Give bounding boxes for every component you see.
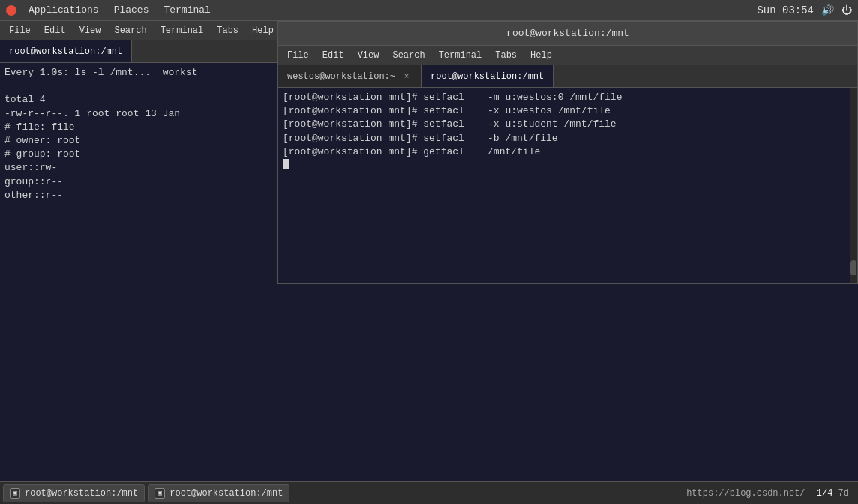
- taskbar-label-1: root@workstation:/mnt: [25, 488, 138, 499]
- left-tab-label: root@workstation:/mnt: [9, 46, 122, 57]
- left-menubar: File Edit View Search Terminal Tabs Help: [0, 21, 277, 40]
- taskbar-label-2: root@workstation:/mnt: [170, 488, 283, 499]
- right-top-terminal: root@workstation:/mnt File Edit View Sea…: [278, 21, 858, 284]
- left-menu-search[interactable]: Search: [108, 24, 152, 38]
- right-menu-view[interactable]: View: [352, 49, 386, 62]
- system-bar-right: Sun 03:54 🔊 ⏻: [757, 4, 852, 16]
- taskbar: ▣ root@workstation:/mnt ▣ root@workstati…: [0, 482, 858, 504]
- left-terminal-inner: Every 1.0s: ls -l /mnt... workst total 4…: [0, 63, 277, 482]
- left-menu-edit[interactable]: Edit: [38, 24, 72, 38]
- app-icon: [6, 5, 16, 16]
- system-bar-left: Applications Places Terminal: [6, 3, 217, 17]
- right-tab-root[interactable]: root@workstation:/mnt: [422, 65, 554, 87]
- taskbar-url: https://blog.csdn.net/: [686, 488, 805, 499]
- taskbar-term-icon-1: ▣: [10, 488, 20, 499]
- left-tabbar: root@workstation:/mnt: [0, 40, 277, 63]
- left-terminal-pane: File Edit View Search Terminal Tabs Help…: [0, 21, 278, 482]
- right-menu-search[interactable]: Search: [386, 49, 430, 62]
- right-menu-tabs[interactable]: Tabs: [489, 49, 523, 62]
- right-tab1-close[interactable]: ×: [401, 71, 412, 82]
- clock: Sun 03:54: [757, 4, 814, 16]
- right-tab2-label: root@workstation:/mnt: [430, 71, 544, 82]
- volume-icon[interactable]: 🔊: [821, 4, 834, 16]
- right-tab-westos[interactable]: westos@workstation:~ ×: [278, 65, 422, 87]
- right-titlebar: root@workstation:/mnt: [278, 22, 857, 46]
- taskbar-suffix: 7d: [838, 488, 849, 499]
- left-menu-terminal[interactable]: Terminal: [154, 24, 210, 38]
- left-menu-help[interactable]: Help: [246, 24, 280, 38]
- right-terminal-content[interactable]: [root@workstation mnt]# setfacl -m u:wes…: [278, 88, 850, 283]
- taskbar-term-icon-2: ▣: [154, 488, 165, 499]
- right-content-area: [root@workstation mnt]# setfacl -m u:wes…: [278, 88, 857, 283]
- power-icon[interactable]: ⏻: [842, 4, 852, 16]
- cursor: [283, 159, 289, 170]
- right-menu-help[interactable]: Help: [524, 49, 558, 62]
- taskbar-page: 1/4: [817, 488, 833, 499]
- terminal-menu[interactable]: Terminal: [158, 3, 216, 17]
- left-terminal-content[interactable]: Every 1.0s: ls -l /mnt... workst total 4…: [0, 63, 277, 482]
- right-tabbar: westos@workstation:~ × root@workstation:…: [278, 65, 857, 88]
- terminals-row: File Edit View Search Terminal Tabs Help…: [0, 21, 858, 482]
- left-menu-view[interactable]: View: [74, 24, 107, 38]
- right-title-text: root@workstation:/mnt: [506, 28, 629, 39]
- right-tab1-label: westos@workstation:~: [287, 71, 395, 82]
- taskbar-item-2[interactable]: ▣ root@workstation:/mnt: [148, 484, 290, 502]
- taskbar-right: https://blog.csdn.net/ 1/4 7d: [686, 488, 855, 499]
- system-menubar: Applications Places Terminal Sun 03:54 🔊…: [0, 0, 858, 21]
- right-terminal-pane: root@workstation:/mnt File Edit View Sea…: [278, 21, 858, 482]
- right-menu-edit[interactable]: Edit: [316, 49, 350, 62]
- right-scrollbar[interactable]: [850, 88, 857, 283]
- right-scrollbar-thumb[interactable]: [850, 260, 856, 275]
- right-menu-terminal[interactable]: Terminal: [433, 49, 488, 62]
- left-menu-file[interactable]: File: [3, 24, 37, 38]
- places-menu[interactable]: Places: [108, 3, 155, 17]
- applications-menu[interactable]: Applications: [22, 3, 105, 17]
- right-menubar: File Edit View Search Terminal Tabs Help: [278, 46, 857, 65]
- left-menu-tabs[interactable]: Tabs: [211, 24, 244, 38]
- left-tab-active[interactable]: root@workstation:/mnt: [0, 40, 132, 62]
- workspace: File Edit View Search Terminal Tabs Help…: [0, 21, 858, 482]
- right-menu-file[interactable]: File: [281, 49, 315, 62]
- taskbar-item-1[interactable]: ▣ root@workstation:/mnt: [3, 484, 145, 502]
